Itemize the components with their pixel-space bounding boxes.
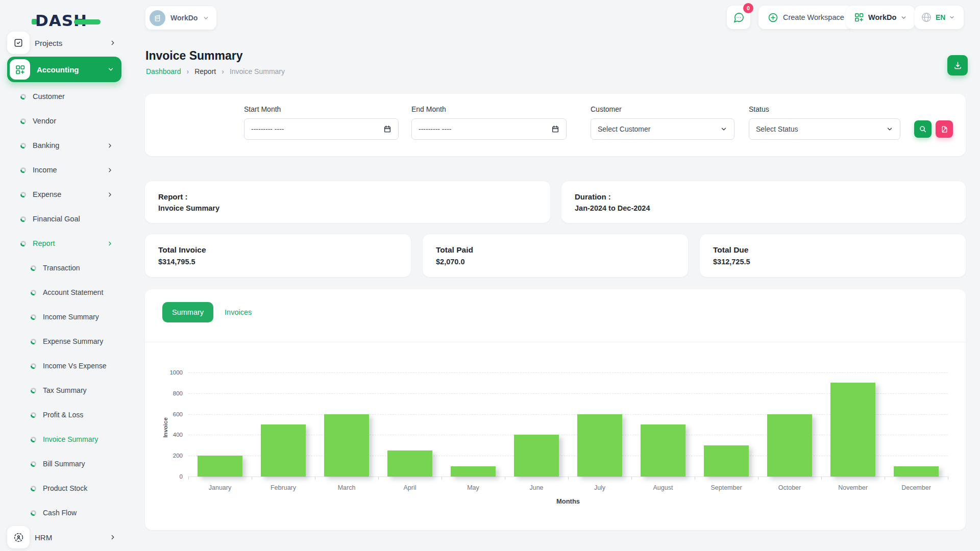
sidebar-item-label: Product Stock (43, 484, 113, 492)
status-select[interactable]: Select Status (749, 118, 900, 140)
sidebar-item-product-stock[interactable]: Product Stock (0, 476, 130, 500)
sidebar-item-label: Invoice Summary (43, 435, 113, 443)
sidebar-item-label: Projects (35, 39, 109, 47)
brand-logo: DASH (32, 11, 101, 30)
duration-card: Duration : Jan-2024 to Dec-2024 (561, 181, 966, 223)
sidebar-item-financial-goal[interactable]: Financial Goal (0, 207, 130, 231)
total-invoice-card: Total Invoice $314,795.5 (145, 234, 411, 277)
x-axis-tick (252, 477, 252, 480)
breadcrumb-dashboard[interactable]: Dashboard (146, 67, 181, 76)
messages-button[interactable]: 0 (727, 6, 750, 29)
sidebar-item-income-vs-expense[interactable]: Income Vs Expense (0, 354, 130, 378)
bar-column-march: March (315, 372, 378, 477)
language-selector[interactable]: EN (915, 6, 964, 29)
bar-january (198, 456, 242, 477)
sidebar-item-income-summary[interactable]: Income Summary (0, 305, 130, 329)
page-title: Invoice Summary (145, 49, 242, 63)
tab-invoices[interactable]: Invoices (225, 308, 252, 316)
sidebar-item-profit-loss[interactable]: Profit & Loss (0, 403, 130, 427)
bullet-icon (31, 314, 36, 320)
sidebar-item-expense[interactable]: Expense (0, 182, 130, 207)
x-axis-tick (631, 477, 632, 480)
create-workspace-button[interactable]: Create Workspace (758, 6, 853, 29)
total-paid-card: Total Paid $2,070.0 (423, 234, 688, 277)
start-month-input[interactable]: --------- ---- (244, 118, 399, 140)
bullet-icon (31, 363, 36, 369)
sidebar-item-expense-summary[interactable]: Expense Summary (0, 329, 130, 354)
sidebar-item-label: Cash Flow (43, 509, 113, 517)
x-axis-tick (948, 477, 948, 480)
report-card-title: Report : (158, 192, 537, 201)
x-tick-label: October (758, 484, 821, 491)
sidebar-item-report[interactable]: Report (0, 231, 130, 256)
sidebar-item-label: Income (33, 166, 107, 174)
bars-row: JanuaryFebruaryMarchAprilMayJuneJulyAugu… (188, 372, 948, 477)
chevron-down-icon (107, 66, 114, 73)
sidebar-item-vendor[interactable]: Vendor (0, 109, 130, 133)
bullet-icon (31, 412, 36, 418)
chat-bubble-icon (733, 12, 745, 23)
breadcrumb-report[interactable]: Report (194, 67, 216, 76)
user-circle-dashed-icon (13, 532, 24, 543)
x-axis-tick (315, 477, 315, 480)
sidebar-item-label: Income Summary (43, 313, 113, 321)
x-tick-label: April (378, 484, 442, 491)
bullet-icon (20, 241, 26, 246)
sidebar-item-label: HRM (35, 533, 109, 542)
status-label: Status (749, 105, 769, 113)
bar-column-september: September (695, 372, 758, 477)
sidebar-item-projects[interactable]: Projects (0, 31, 130, 55)
hrm-icon-chip (7, 526, 30, 548)
x-tick-label: September (695, 484, 758, 491)
breadcrumb-separator: › (187, 67, 189, 76)
y-tick-label: 800 (152, 390, 183, 396)
reset-filter-button[interactable] (936, 120, 953, 138)
bullet-icon (31, 461, 36, 467)
app-window: DASH WorkDo 0 Create Workspace WorkDo EN… (0, 0, 980, 551)
chart-card: Summary Invoices Invoice 020040060080010… (145, 289, 966, 530)
sidebar-item-transaction[interactable]: Transaction (0, 256, 130, 280)
bullet-icon (31, 437, 36, 442)
building-icon (153, 14, 162, 22)
customer-select[interactable]: Select Customer (591, 118, 734, 140)
bullet-icon (20, 167, 26, 173)
checkbox-icon (13, 38, 23, 48)
search-button[interactable] (914, 120, 932, 138)
sidebar-item-account-statement[interactable]: Account Statement (0, 280, 130, 305)
x-axis-tick (442, 477, 442, 480)
sidebar-item-income[interactable]: Income (0, 158, 130, 182)
total-due-label: Total Due (713, 245, 952, 255)
sidebar-item-hrm[interactable]: HRM (0, 525, 130, 549)
sidebar-item-label: Expense Summary (43, 337, 113, 345)
bar-april (387, 450, 432, 477)
app-dropdown[interactable]: WorkDo (846, 6, 915, 29)
sidebar-item-label: Financial Goal (33, 215, 113, 223)
sidebar-item-cash-flow[interactable]: Cash Flow (0, 500, 130, 525)
sidebar-item-label: Banking (33, 141, 107, 149)
workspace-selector[interactable]: WorkDo (145, 6, 216, 30)
bullet-icon (20, 216, 26, 222)
sidebar-item-bill-summary[interactable]: Bill Summary (0, 452, 130, 476)
download-icon (953, 61, 963, 70)
sidebar-item-accounting[interactable]: Accounting (7, 57, 121, 82)
sidebar-item-customer[interactable]: Customer (0, 84, 130, 109)
accounting-icon-chip (10, 59, 30, 80)
bar-column-august: August (631, 372, 695, 477)
sidebar-item-tax-summary[interactable]: Tax Summary (0, 378, 130, 403)
end-month-input[interactable]: --------- ---- (411, 118, 567, 140)
chevron-down-icon (203, 15, 209, 21)
tabs-divider (145, 342, 966, 342)
y-tick-label: 1000 (152, 369, 183, 375)
sidebar-item-banking[interactable]: Banking (0, 133, 130, 158)
sidebar-item-label: Transaction (43, 264, 113, 272)
end-month-label: End Month (411, 105, 446, 113)
sidebar-item-invoice-summary[interactable]: Invoice Summary (0, 427, 130, 452)
sidebar-item-label: Vendor (33, 117, 113, 125)
x-axis-tick (378, 477, 379, 480)
download-button[interactable] (947, 55, 968, 76)
duration-card-title: Duration : (575, 192, 952, 201)
duration-card-value: Jan-2024 to Dec-2024 (575, 204, 952, 212)
bullet-icon (31, 388, 36, 393)
tab-summary[interactable]: Summary (162, 302, 213, 322)
calendar-icon (383, 125, 391, 133)
